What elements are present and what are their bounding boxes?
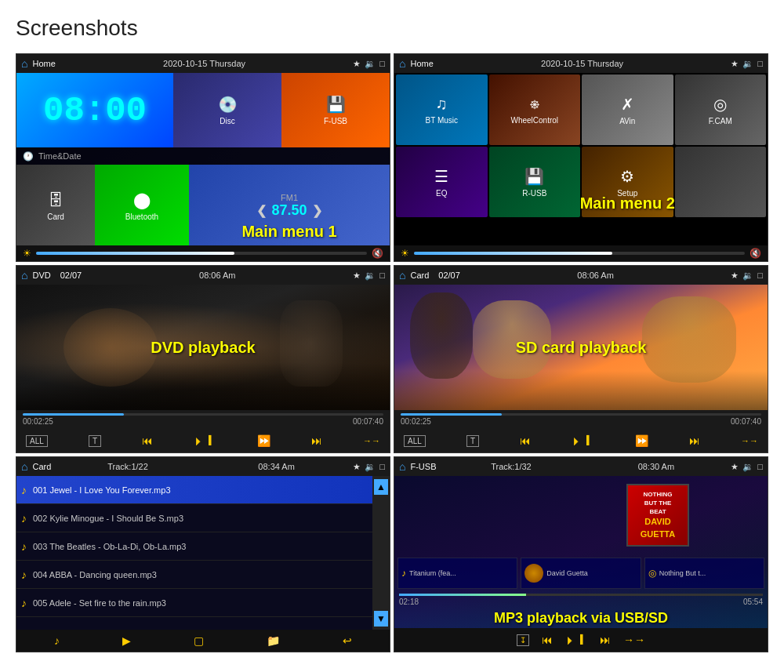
brightness-icon: ☀ [23, 248, 31, 259]
vol-icon-3: 🔉 [365, 271, 376, 281]
fcam-label: F.CAM [709, 117, 732, 125]
dvd-controls: ALL T ⏮ ⏵❙ ⏩ ⏭ →→ [16, 429, 390, 452]
home-icon[interactable]: ⌂ [21, 57, 27, 70]
music-list-container: ♪ 001 Jewel - I Love You Forever.mp3 ♪ 0… [16, 476, 390, 630]
np-tile-2[interactable]: David Guetta [521, 558, 641, 589]
sd-ff[interactable]: ⏩ [635, 434, 648, 447]
brightness-track[interactable] [36, 252, 367, 255]
toolbar-folder-icon[interactable]: 📁 [267, 634, 280, 647]
home-icon-5[interactable]: ⌂ [21, 460, 27, 473]
avin-tile[interactable]: ✗ AVin [582, 74, 673, 145]
close-icon-3[interactable]: □ [379, 271, 385, 280]
eq-tile[interactable]: ☰ EQ [396, 147, 488, 217]
t-btn[interactable]: T [89, 435, 101, 447]
sd-skip[interactable]: →→ [741, 436, 758, 445]
usb-prev[interactable]: ⏮ [542, 634, 553, 646]
vol-icon-6: 🔉 [742, 462, 753, 472]
brightness-fill [36, 252, 234, 255]
dvd-progress-times: 00:02:25 00:07:40 [23, 417, 383, 426]
video-area-dvd: DVD playback [16, 285, 390, 410]
vol-icon-4: 🔉 [742, 271, 753, 281]
dvd-mode: DVD [32, 271, 50, 280]
extra-tile[interactable] [675, 147, 767, 217]
dvd-progress-area: 00:02:25 00:07:40 [16, 410, 390, 429]
sd-progress-times: 00:02:25 00:07:40 [401, 417, 761, 426]
fusb-tile[interactable]: 💾 F-USB [281, 73, 390, 147]
volume-icon: 🔉 [365, 59, 376, 69]
track-2[interactable]: ♪ 002 Kylie Minogue - I Should Be S.mp3 [16, 504, 390, 532]
np-icon-1: ♪ [401, 568, 406, 579]
status-icons-4: ★ 🔉 □ [731, 271, 763, 281]
disc-tile[interactable]: 💿 Disc [173, 73, 281, 147]
usb-playpause[interactable]: ⏵❙ [565, 634, 587, 646]
status-icons: ★ 🔉 □ [353, 59, 385, 69]
card-tile[interactable]: 🗄 Card [16, 165, 95, 245]
close-icon-4[interactable]: □ [757, 271, 763, 280]
topbar-screen1: ⌂ Home 2020-10-15 Thursday ★ 🔉 □ [16, 54, 390, 73]
radio-section[interactable]: FM1 ❮ 87.50 ❯ Main menu 1 [189, 165, 390, 245]
rusb-tile[interactable]: 💾 R-USB [489, 147, 581, 217]
usb-next[interactable]: ⏭ [600, 634, 611, 646]
track-4[interactable]: ♪ 004 ABBA - Dancing queen.mp3 [16, 561, 390, 589]
btmusic-tile[interactable]: ♫ BT Music [396, 74, 488, 145]
music-icon-5: ♪ [21, 597, 27, 609]
top-tiles: 💿 Disc 💾 F-USB [173, 73, 390, 147]
bluetooth-tile[interactable]: ⬤ Bluetooth [95, 165, 189, 245]
sd-prev[interactable]: ⏮ [520, 434, 531, 447]
next-station[interactable]: ❯ [312, 203, 322, 218]
close-icon[interactable]: □ [379, 59, 385, 68]
home-icon-6[interactable]: ⌂ [399, 460, 405, 473]
home-icon-4[interactable]: ⌂ [399, 269, 405, 282]
close-icon-2[interactable]: □ [757, 59, 763, 68]
music-icon-3: ♪ [21, 540, 27, 553]
track-3[interactable]: ♪ 003 The Beatles - Ob-La-Di, Ob-La.mp3 [16, 532, 390, 561]
np-tile-3[interactable]: ◎ Nothing But t... [644, 558, 764, 589]
sd-next[interactable]: ⏭ [689, 434, 700, 447]
np-track-3: Nothing But t... [659, 569, 706, 577]
toolbar-photo-icon[interactable]: ▢ [194, 634, 204, 647]
rusb-icon: 💾 [524, 167, 544, 186]
dvd-ff[interactable]: ⏩ [257, 434, 270, 447]
dvd-next[interactable]: ⏭ [311, 434, 322, 447]
np-icon-3: ◎ [648, 568, 656, 579]
video-area-sd: SD card playback [394, 285, 768, 410]
brightness-track-2[interactable] [414, 252, 745, 255]
wheel-tile[interactable]: ⎈ WheelControl [489, 74, 581, 145]
toolbar-back-icon[interactable]: ↩ [343, 634, 352, 647]
status-icons-3: ★ 🔉 □ [353, 271, 385, 281]
track-5[interactable]: ♪ 005 Adele - Set fire to the rain.mp3 [16, 589, 390, 617]
sd-all-btn[interactable]: ALL [404, 435, 426, 447]
fcam-tile[interactable]: ◎ F.CAM [675, 74, 767, 145]
sd-current-time: 00:02:25 [401, 417, 431, 426]
usb-progress-track[interactable] [399, 594, 763, 596]
sd-playpause[interactable]: ⏵❙ [572, 434, 593, 447]
dvd-skip[interactable]: →→ [363, 436, 380, 445]
dvd-progress-track[interactable] [23, 413, 383, 416]
dvd-playpause[interactable]: ⏵❙ [194, 434, 216, 447]
usb-ff[interactable]: →→ [623, 634, 645, 646]
toolbar-music-icon[interactable]: ♪ [54, 634, 60, 647]
sd-progress-track[interactable] [401, 413, 761, 416]
np-tile-1[interactable]: ♪ Titanium (fea... [397, 558, 517, 589]
np-track-1: Titanium (fea... [409, 569, 456, 577]
toolbar-video-icon[interactable]: ▶ [122, 634, 131, 647]
home-icon-2[interactable]: ⌂ [399, 57, 405, 70]
track-1[interactable]: ♪ 001 Jewel - I Love You Forever.mp3 [16, 476, 390, 504]
menu2-grid: ♫ BT Music ⎈ WheelControl ✗ AVin ◎ F.CAM… [394, 73, 768, 245]
np-track-2: David Guetta [546, 569, 588, 577]
close-icon-6[interactable]: □ [757, 462, 763, 471]
sd-t-btn[interactable]: T [466, 435, 479, 447]
usb-t-btn[interactable]: ↧ [517, 634, 529, 646]
home-icon-3[interactable]: ⌂ [21, 269, 27, 282]
dvd-prev[interactable]: ⏮ [142, 434, 153, 447]
settings-tile[interactable]: ⚙ Setup Main menu 2 [582, 147, 673, 217]
dvd-date: 02/07 [60, 271, 82, 280]
brightness-bar: ☀ 🔇 [16, 245, 390, 261]
album-art: NOTHINGBUT THEBEATDAVIDGUETTA [626, 484, 689, 547]
scroll-down-btn[interactable]: ▼ [374, 611, 388, 627]
scroll-up-btn[interactable]: ▲ [374, 479, 388, 495]
all-btn[interactable]: ALL [26, 435, 48, 447]
close-icon-5[interactable]: □ [379, 462, 385, 471]
music-icon-2: ♪ [21, 512, 27, 525]
prev-station[interactable]: ❮ [256, 203, 267, 218]
